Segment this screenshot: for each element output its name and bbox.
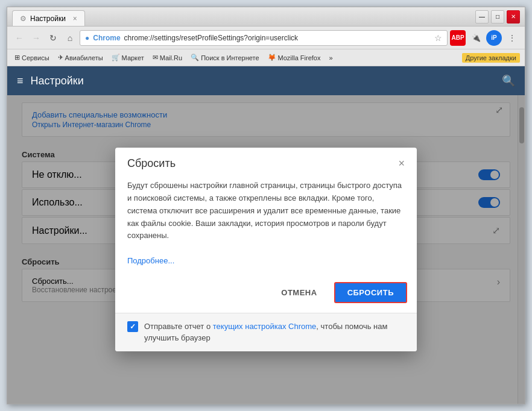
tab-close-button[interactable]: ×	[73, 14, 77, 23]
menu-button[interactable]: ⋮	[504, 30, 520, 46]
flights-icon: ✈	[58, 54, 63, 61]
dialog-title: Сбросить	[127, 157, 176, 170]
bookmark-mail[interactable]: ✉ Mail.Ru	[150, 52, 185, 63]
cancel-button[interactable]: ОТМЕНА	[274, 284, 324, 301]
settings-header: ≡ Настройки 🔍	[7, 66, 525, 95]
bookmark-market[interactable]: 🛒 Маркет	[109, 52, 147, 63]
tabs-area: ⚙ Настройки ×	[12, 7, 475, 26]
settings-header-title: Настройки	[31, 75, 84, 87]
reload-button[interactable]: ↻	[46, 31, 60, 45]
addressbar: ← → ↻ ⌂ ● Chrome chrome://settings/reset…	[7, 27, 525, 49]
ip-button[interactable]: iP	[486, 30, 502, 46]
services-label: Сервисы	[22, 54, 49, 61]
bookmark-star-icon[interactable]: ☆	[434, 33, 442, 43]
extensions-button[interactable]: 🔌	[468, 30, 484, 46]
search-icon: 🔍	[191, 54, 199, 61]
reset-button[interactable]: СБРОСИТЬ	[334, 282, 407, 303]
adblock-button[interactable]: ABP	[450, 30, 466, 46]
checkbox-wrapper: Отправьте отчет о текущих настройках Chr…	[127, 321, 405, 344]
hamburger-icon[interactable]: ≡	[17, 75, 24, 87]
other-bookmarks[interactable]: Другие закладки	[462, 53, 520, 63]
dialog-body: Будут сброшены настройки главной страниц…	[115, 175, 417, 277]
site-icon: ●	[85, 34, 89, 42]
mail-icon: ✉	[153, 54, 158, 61]
mail-label: Mail.Ru	[160, 54, 182, 61]
dialog-actions: ОТМЕНА СБРОСИТЬ	[115, 277, 417, 313]
site-name: Chrome	[93, 34, 120, 42]
current-settings-link[interactable]: текущих настройках Chrome	[213, 322, 317, 331]
market-icon: 🛒	[112, 54, 120, 61]
maximize-button[interactable]: □	[491, 10, 504, 24]
services-icon: ⊞	[14, 54, 20, 61]
checkbox-label: Отправьте отчет о текущих настройках Chr…	[144, 321, 405, 344]
bookmark-search[interactable]: 🔍 Поиск в Интернете	[188, 52, 261, 63]
main-area: ≡ Настройки 🔍 Добавить специальные возмо…	[7, 66, 525, 404]
dialog-footer: Отправьте отчет о текущих настройках Chr…	[115, 313, 417, 351]
settings-content: Добавить специальные возможности Открыть…	[7, 95, 525, 404]
bookmark-flights[interactable]: ✈ Авиабилеты	[55, 52, 106, 63]
bookmarks-bar: ⊞ Сервисы ✈ Авиабилеты 🛒 Маркет ✉ Mail.R…	[7, 49, 525, 66]
titlebar: ⚙ Настройки × — □ ✕	[7, 7, 525, 27]
minimize-button[interactable]: —	[475, 10, 489, 24]
flights-label: Авиабилеты	[65, 54, 103, 61]
dialog-overlay: Сбросить × Будут сброшены настройки глав…	[7, 95, 525, 404]
browser-window: ⚙ Настройки × — □ ✕ ← → ↻ ⌂ ● Chrome chr…	[7, 7, 525, 404]
firefox-icon: 🦊	[268, 54, 276, 61]
tab-favicon: ⚙	[20, 14, 27, 23]
market-label: Маркет	[122, 54, 144, 61]
learn-more-link[interactable]: Подробнее...	[127, 256, 174, 265]
close-window-button[interactable]: ✕	[507, 10, 520, 24]
bookmark-more[interactable]: »	[326, 53, 335, 63]
url-text: chrome://settings/resetProfileSettings?o…	[124, 34, 428, 42]
other-bookmarks-label: Другие закладки	[466, 54, 516, 61]
active-tab[interactable]: ⚙ Настройки ×	[12, 10, 85, 26]
bookmark-firefox[interactable]: 🦊 Mozilla Firefox	[265, 52, 323, 63]
url-bar[interactable]: ● Chrome chrome://settings/resetProfileS…	[80, 30, 448, 46]
tab-title: Настройки	[30, 14, 66, 23]
toolbar-icons: ABP 🔌 iP ⋮	[450, 30, 520, 46]
forward-button[interactable]: →	[29, 31, 43, 45]
dialog-close-button[interactable]: ×	[398, 157, 405, 170]
window-controls: — □ ✕	[475, 10, 520, 24]
checkbox-label-before: Отправьте отчет о	[144, 322, 213, 331]
bookmark-services[interactable]: ⊞ Сервисы	[12, 52, 52, 63]
settings-search-icon[interactable]: 🔍	[502, 74, 515, 87]
back-button[interactable]: ←	[12, 31, 27, 45]
firefox-label: Mozilla Firefox	[278, 54, 321, 61]
dialog-body-text: Будут сброшены настройки главной страниц…	[127, 181, 402, 240]
reset-dialog: Сбросить × Будут сброшены настройки глав…	[115, 148, 417, 351]
dialog-header: Сбросить ×	[115, 148, 417, 175]
send-report-checkbox[interactable]	[127, 321, 138, 332]
search-label: Поиск в Интернете	[201, 54, 259, 61]
home-button[interactable]: ⌂	[63, 31, 77, 45]
